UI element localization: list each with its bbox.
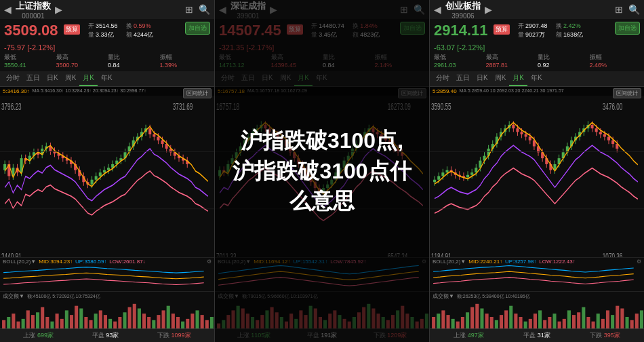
amp-stat: 量比 0.84: [108, 53, 159, 69]
boll-dropdown[interactable]: BOLL(20,2)▼: [432, 259, 466, 265]
boll-chart-svg: [430, 265, 644, 291]
tab-月K[interactable]: 月K: [79, 71, 98, 86]
vol-dropdown[interactable]: 成交额▼: [3, 292, 24, 300]
chart-stats-btn[interactable]: 区间统计: [183, 88, 212, 98]
tab-月K[interactable]: 月K: [509, 71, 527, 86]
ma-indicators: 5:2859.40 MA 5:2859.40 10:2692.03 20:224…: [430, 87, 644, 96]
boll-settings-icon[interactable]: ⚙: [207, 259, 212, 265]
prev-val: 换 2.42%: [556, 22, 584, 31]
chart-stats-btn[interactable]: 区间统计: [613, 88, 641, 98]
svg-text:3731.69: 3731.69: [173, 101, 193, 112]
tab-日K[interactable]: 日K: [43, 71, 62, 86]
vol-val: 量 9027万: [518, 31, 548, 39]
high-label: 最高: [486, 53, 537, 62]
high-val: 额 4244亿: [126, 31, 154, 39]
svg-rect-367: [595, 128, 598, 132]
tab-年K[interactable]: 年K: [98, 71, 116, 86]
volume-header: 成交额▼ 额:45100亿 5:72092亿 10:75324亿: [0, 292, 214, 301]
pe-label: 振幅: [590, 53, 641, 62]
amp-val: 0.92: [538, 62, 588, 69]
tabs-row: 分时五日日K周K月K年K: [430, 71, 644, 87]
rise-count: 699家: [37, 332, 54, 339]
fall-label: 下跌 1099家: [157, 331, 191, 340]
boll-dropdown[interactable]: BOLL(20,2)▼: [3, 259, 36, 265]
tab-年K[interactable]: 年K: [527, 71, 546, 86]
flat-count: 31家: [538, 332, 550, 339]
header-icons: ⊞ 🔍: [615, 4, 640, 15]
add-to-watchlist-btn[interactable]: 加自选: [185, 22, 210, 35]
main-chart-area: 5:2859.40 MA 5:2859.40 10:2692.03 20:224…: [430, 87, 644, 257]
svg-rect-78: [161, 140, 164, 144]
panel-code: 399006: [445, 12, 481, 20]
svg-rect-46: [95, 176, 98, 180]
svg-rect-44: [91, 180, 94, 185]
overlay-text: 沪指跌破3100点, 沪指跌破3100点什 么意思: [219, 112, 424, 230]
low-val: 2961.03: [434, 62, 485, 69]
boll-header: BOLL(20,2)▼ MID:2240.21↑ UP:3257.98↑ LOW…: [430, 258, 644, 265]
search-icon[interactable]: 🔍: [199, 4, 210, 15]
price-row: 2914.11 预算 开 2907.48 量 9027万 换 2.42% 额 1…: [434, 22, 640, 39]
change-row: -63.07 [-2.12%]: [434, 41, 640, 52]
rise-stat: 上涨 497家: [454, 331, 484, 340]
vol-stats: 额:45100亿 5:72092亿 10:75324亿: [27, 293, 100, 300]
add-to-watchlist-btn[interactable]: 加自选: [615, 22, 640, 35]
panel-panel3: ◀ 创业板指 399006 ▶ ⊞ 🔍 2914.11 预算 开 2907.48…: [430, 0, 644, 342]
tab-日K[interactable]: 日K: [473, 71, 491, 86]
pe-label: 振幅: [160, 53, 211, 62]
overlay-line2: 沪指跌破3100点什: [233, 159, 411, 183]
nav-left-arrow[interactable]: ◀: [434, 4, 441, 15]
boll-section: BOLL(20,2)▼ MID:2240.21↑ UP:3257.98↑ LOW…: [430, 257, 644, 291]
amp-label: 量比: [538, 53, 588, 62]
boll-chart-svg: [0, 265, 214, 291]
tab-分时[interactable]: 分时: [3, 71, 23, 86]
search-icon[interactable]: 🔍: [628, 4, 640, 15]
nav-left-arrow[interactable]: ◀: [4, 4, 12, 15]
boll-up: UP:3586.59↑: [75, 259, 106, 265]
boll-settings-icon[interactable]: ⚙: [637, 259, 641, 265]
svg-rect-50: [103, 170, 106, 173]
rise-label: 上涨 497家: [454, 331, 484, 340]
svg-text:3590.55: 3590.55: [431, 101, 451, 112]
svg-text:3796.23: 3796.23: [1, 101, 21, 112]
share-icon[interactable]: ⊞: [185, 4, 193, 15]
tab-五日[interactable]: 五日: [23, 71, 43, 86]
panel-code: 000001: [16, 12, 51, 20]
bottom-stats: 上涨 497家 平盘 31家 下跌 395家: [430, 328, 644, 342]
header-icons: ⊞ 🔍: [185, 4, 210, 15]
stats-grid: 最低 2961.03 最高 2887.81 量比 0.92 振幅 2.46%: [434, 53, 640, 69]
boll-mid: MID:3094.23↑: [39, 259, 73, 265]
prev-val: 换 0.59%: [126, 22, 154, 31]
nav-right-arrow[interactable]: ▶: [55, 4, 62, 15]
open-val: 开 2907.48: [518, 22, 548, 31]
tab-周K[interactable]: 周K: [62, 71, 80, 86]
boll-low: LOW:2601.87↓: [109, 259, 145, 265]
open-val: 开 3514.56: [88, 22, 118, 31]
svg-rect-331: [521, 132, 523, 134]
price-change: -75.97 [-2.12%]: [4, 43, 55, 52]
rise-label: 上涨 699家: [23, 331, 54, 340]
panel-panel1: ◀ 上证指数 000001 ▶ ⊞ 🔍 3509.08 预算 开 3514.56…: [0, 0, 215, 342]
ma5-indicator: 5:3416.30↑: [3, 88, 30, 94]
low-label: 最低: [4, 53, 55, 62]
high-stat: 最高 2887.81: [486, 53, 537, 69]
svg-rect-293: [441, 172, 444, 176]
svg-rect-329: [516, 128, 519, 132]
svg-rect-48: [99, 172, 102, 176]
vol-dropdown[interactable]: 成交额▼: [432, 292, 454, 300]
pe-stat: 振幅 2.46%: [590, 53, 641, 69]
overlay-line3: 么意思: [289, 189, 355, 213]
tab-周K[interactable]: 周K: [491, 71, 510, 86]
nav-right-arrow[interactable]: ▶: [485, 4, 492, 15]
overlay-line1: 沪指跌破3100点,: [241, 128, 403, 153]
share-icon[interactable]: ⊞: [615, 4, 623, 15]
high-val: 额 1638亿: [556, 31, 584, 39]
tab-分时[interactable]: 分时: [432, 71, 453, 86]
panels-container: ◀ 上证指数 000001 ▶ ⊞ 🔍 3509.08 预算 开 3514.56…: [0, 0, 644, 342]
header-nav: ◀ 上证指数 000001 ▶: [4, 0, 62, 20]
svg-rect-305: [466, 175, 469, 178]
vol-stats: 额:26253亿 5:38400亿 10:40186亿: [457, 293, 530, 300]
flat-stat: 平盘 31家: [523, 331, 550, 340]
svg-rect-335: [529, 137, 531, 140]
svg-rect-307: [470, 172, 473, 175]
tab-五日[interactable]: 五日: [453, 71, 473, 86]
